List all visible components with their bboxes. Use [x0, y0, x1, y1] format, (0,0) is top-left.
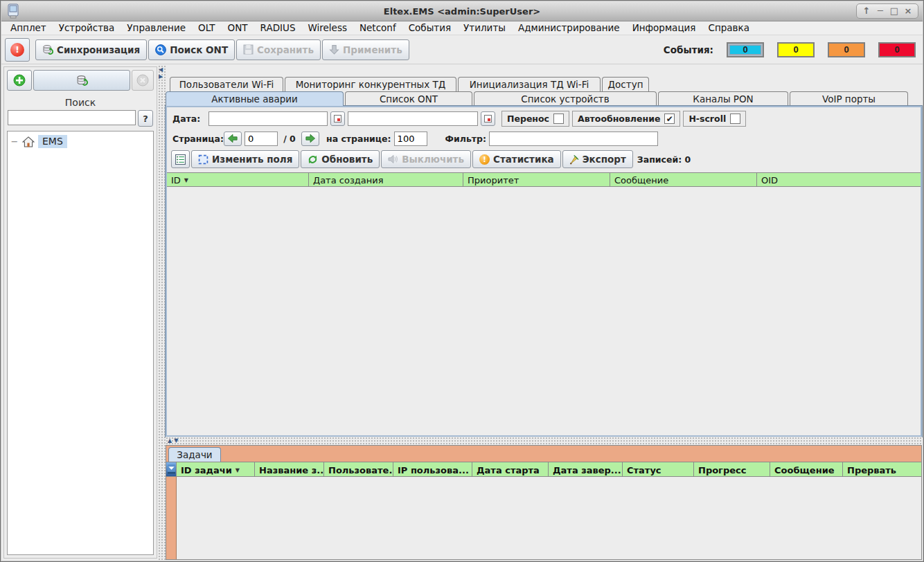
minimize-icon[interactable]: ─ — [873, 4, 887, 18]
tasks-tabrow: Задачи — [166, 446, 921, 462]
arrow-right-icon — [305, 134, 316, 143]
tab-tasks[interactable]: Задачи — [168, 447, 221, 462]
tab-active-alarms[interactable]: Активные аварии — [166, 91, 344, 106]
remove-node-button[interactable] — [132, 70, 154, 91]
menu-olt[interactable]: OLT — [192, 21, 222, 35]
date-from-calendar-button[interactable] — [330, 111, 345, 126]
per-page-input[interactable] — [394, 132, 427, 146]
tasks-rows[interactable] — [177, 477, 921, 559]
refresh-icon — [308, 154, 318, 165]
actions-row: Изменить поля Обновить Выключить — [171, 150, 916, 168]
menu-help[interactable]: Справка — [702, 21, 755, 35]
tasks-table-body — [166, 477, 921, 559]
tree-node-ems[interactable]: − EMS — [10, 135, 150, 148]
export-button[interactable]: Экспорт — [562, 150, 633, 168]
reload-tree-button[interactable] — [33, 70, 130, 91]
menu-radius[interactable]: RADIUS — [254, 21, 302, 35]
horizontal-splitter[interactable]: ▲ ▼ — [166, 437, 922, 445]
date-to-calendar-button[interactable] — [481, 111, 495, 126]
event-count-critical[interactable]: 0 — [878, 42, 916, 57]
event-count-info[interactable]: 0 — [727, 42, 764, 57]
menu-utilities[interactable]: Утилиты — [457, 21, 512, 35]
splitter-collapse-up-icon[interactable]: ▲ — [168, 437, 172, 444]
database-refresh-icon — [76, 75, 88, 87]
menu-events[interactable]: События — [402, 21, 457, 35]
menu-ont[interactable]: ONT — [222, 21, 254, 35]
save-button[interactable]: Сохранить — [236, 39, 321, 60]
menu-management[interactable]: Управление — [121, 21, 192, 35]
search-help-button[interactable]: ? — [138, 110, 153, 127]
task-column-abort[interactable]: Прервать — [843, 462, 921, 476]
task-column-message[interactable]: Сообщение — [770, 462, 843, 476]
task-column-progress[interactable]: Прогресс — [694, 462, 770, 476]
alarm-indicator-button[interactable]: ! — [5, 38, 30, 62]
filter-input[interactable] — [489, 132, 658, 146]
task-column-user-ip[interactable]: IP пользова... — [393, 462, 472, 476]
task-column-end-date[interactable]: Дата завер... — [549, 462, 623, 476]
task-column-user[interactable]: Пользовате... — [324, 462, 393, 476]
menu-netconf[interactable]: Netconf — [353, 21, 402, 35]
date-to-input[interactable] — [348, 111, 478, 126]
vertical-splitter[interactable]: ◀ ▶ — [158, 65, 166, 560]
splitter-collapse-left-icon[interactable]: ◀ — [159, 67, 163, 73]
event-count-warning[interactable]: 0 — [777, 42, 815, 57]
date-from-input[interactable] — [208, 111, 328, 126]
tab-access[interactable]: Доступ — [602, 77, 649, 91]
search-ont-button[interactable]: Поиск ONT — [148, 39, 235, 60]
tree-collapse-icon[interactable]: − — [10, 136, 19, 147]
tab-pon-channels[interactable]: Каналы PON — [658, 91, 788, 106]
tab-device-list[interactable]: Список устройств — [474, 91, 657, 106]
tab-voip-ports[interactable]: VoIP порты — [790, 91, 908, 106]
menu-devices[interactable]: Устройства — [53, 21, 121, 35]
tab-wifi-ap-init[interactable]: Инициализация ТД Wi-Fi — [458, 77, 601, 91]
tree-search-input[interactable] — [8, 110, 136, 125]
hscroll-checkbox-group[interactable]: H-scroll — [683, 111, 746, 127]
home-icon — [22, 136, 35, 147]
splitter-collapse-down-icon[interactable]: ▼ — [174, 437, 178, 444]
selection-box-icon — [198, 154, 208, 165]
tab-ont-list[interactable]: Список ONT — [345, 91, 472, 106]
task-column-start-date[interactable]: Дата старта — [472, 462, 549, 476]
hscroll-checkbox[interactable] — [730, 114, 740, 124]
task-column-id[interactable]: ID задачи ▼ — [177, 462, 255, 476]
page-number-input[interactable] — [245, 132, 278, 146]
task-column-name[interactable]: Название з... — [255, 462, 324, 476]
statistics-button[interactable]: ! Статистика — [472, 150, 561, 168]
menu-wireless[interactable]: Wireless — [301, 21, 353, 35]
add-node-button[interactable] — [7, 70, 32, 91]
tab-wifi-users[interactable]: Пользователи Wi-Fi — [170, 77, 283, 91]
alarms-table-body[interactable] — [167, 187, 921, 435]
prev-page-button[interactable] — [224, 132, 242, 146]
column-header-oid[interactable]: OID — [757, 173, 921, 186]
autorefresh-checkbox-group[interactable]: Автообновление ✔ — [572, 111, 680, 127]
autorefresh-checkbox[interactable]: ✔ — [664, 114, 675, 124]
column-header-message[interactable]: Сообщение — [610, 173, 757, 186]
sync-button[interactable]: Синхронизация — [35, 39, 147, 60]
task-column-status[interactable]: Статус — [623, 462, 694, 476]
menu-information[interactable]: Информация — [626, 21, 702, 35]
column-settings-button[interactable] — [171, 150, 190, 168]
disable-button[interactable]: Выключить — [381, 150, 471, 168]
tab-competitor-ap-monitoring[interactable]: Мониторинг конкурентных ТД — [285, 77, 456, 91]
refresh-button[interactable]: Обновить — [301, 150, 380, 168]
menu-administration[interactable]: Администрирование — [512, 21, 626, 35]
tree-node-label[interactable]: EMS — [38, 135, 67, 148]
column-header-priority[interactable]: Приоритет — [463, 173, 610, 186]
column-header-id[interactable]: ID ▼ — [167, 173, 309, 186]
event-count-major[interactable]: 0 — [828, 42, 865, 57]
edit-fields-button[interactable]: Изменить поля — [191, 150, 299, 168]
wrap-checkbox[interactable] — [553, 114, 564, 124]
apply-button[interactable]: Применить — [322, 39, 409, 60]
per-page-label: на странице: — [326, 134, 391, 144]
menu-applet[interactable]: Апплет — [4, 21, 53, 35]
next-page-button[interactable] — [301, 132, 319, 146]
shade-window-icon[interactable]: ↑ — [860, 4, 873, 18]
maximize-icon[interactable]: □ — [887, 4, 901, 18]
column-header-created[interactable]: Дата создания — [309, 173, 463, 186]
close-icon[interactable]: × — [901, 4, 915, 18]
edit-fields-label: Изменить поля — [212, 154, 292, 165]
tasks-corner-cell[interactable] — [166, 462, 177, 476]
splitter-collapse-right-icon[interactable]: ▶ — [159, 74, 163, 80]
filter-label: Фильтр: — [445, 134, 486, 144]
wrap-checkbox-group[interactable]: Перенос — [501, 111, 569, 127]
